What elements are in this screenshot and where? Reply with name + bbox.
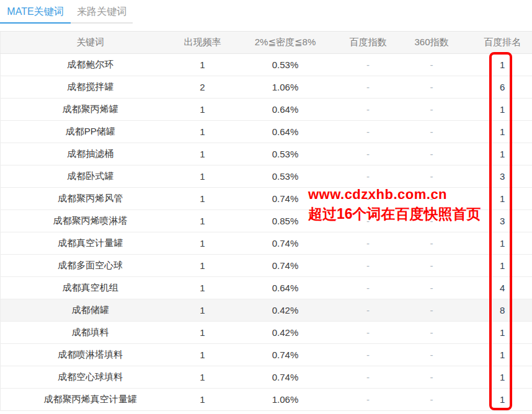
cell-keyword: 成都真空计量罐 <box>1 232 180 255</box>
cell-baidu-rank: 1 <box>473 99 532 121</box>
cell-baidu-index: - <box>346 210 391 232</box>
cell-density: 1.06% <box>225 76 346 99</box>
cell-baidu-index: - <box>346 389 391 411</box>
cell-keyword: 成都储罐 <box>1 299 180 322</box>
table-row[interactable]: 成都聚丙烯风管10.74%--1 <box>1 188 532 210</box>
cell-keyword: 成都鲍尔环 <box>1 54 180 76</box>
cell-baidu-rank: 1 <box>473 54 532 76</box>
cell-so360-index: - <box>391 121 473 143</box>
cell-density: 0.74% <box>225 255 346 277</box>
cell-frequency: 1 <box>180 143 225 165</box>
cell-frequency: 2 <box>180 76 225 99</box>
table-row[interactable]: 成都抽滤桶10.53%--1 <box>1 143 532 165</box>
cell-density: 0.74% <box>225 366 346 389</box>
cell-baidu-rank: 1 <box>473 188 532 210</box>
cell-baidu-rank: 1 <box>473 121 532 143</box>
cell-keyword: 成都真空机组 <box>1 277 180 299</box>
column-header-keyword: 关键词 <box>1 32 180 54</box>
cell-density: 0.74% <box>225 344 346 366</box>
cell-baidu-index: - <box>346 54 391 76</box>
cell-density: 0.64% <box>225 99 346 121</box>
cell-so360-index: - <box>391 143 473 165</box>
cell-density: 0.53% <box>225 165 346 188</box>
cell-baidu-rank: 3 <box>473 210 532 232</box>
cell-baidu-rank: 1 <box>473 366 532 389</box>
cell-frequency: 1 <box>180 232 225 255</box>
cell-density: 0.42% <box>225 299 346 322</box>
cell-so360-index: - <box>391 54 473 76</box>
cell-baidu-index: - <box>346 76 391 99</box>
table-row[interactable]: 成都真空机组10.64%--4 <box>1 277 532 299</box>
cell-density: 0.53% <box>225 143 346 165</box>
cell-so360-index: - <box>391 255 473 277</box>
cell-so360-index: - <box>391 299 473 322</box>
table-row[interactable]: 成都储罐10.42%--8 <box>1 299 532 322</box>
table-row[interactable]: 成都喷淋塔填料10.74%--1 <box>1 344 532 366</box>
table-row[interactable]: 成都聚丙烯罐10.64%--1 <box>1 99 532 121</box>
cell-so360-index: - <box>391 322 473 344</box>
cell-baidu-index: - <box>346 232 391 255</box>
cell-baidu-index: - <box>346 366 391 389</box>
cell-frequency: 1 <box>180 277 225 299</box>
table-row[interactable]: 成都填料10.42%--1 <box>1 322 532 344</box>
cell-so360-index: - <box>391 76 473 99</box>
cell-density: 0.85% <box>225 210 346 232</box>
cell-so360-index: - <box>391 165 473 188</box>
cell-baidu-index: - <box>346 165 391 188</box>
cell-frequency: 1 <box>180 188 225 210</box>
cell-frequency: 1 <box>180 99 225 121</box>
cell-baidu-rank: 1 <box>473 322 532 344</box>
cell-density: 0.74% <box>225 232 346 255</box>
cell-baidu-rank: 1 <box>473 232 532 255</box>
cell-frequency: 1 <box>180 210 225 232</box>
column-header-360-index: 360指数 <box>391 32 473 54</box>
table-row[interactable]: 成都空心球填料10.74%--1 <box>1 366 532 389</box>
cell-so360-index: - <box>391 366 473 389</box>
cell-baidu-index: - <box>346 277 391 299</box>
cell-baidu-index: - <box>346 121 391 143</box>
table-body: 成都鲍尔环10.53%--1成都搅拌罐21.06%--6成都聚丙烯罐10.64%… <box>1 54 532 411</box>
table-row[interactable]: 成都搅拌罐21.06%--6 <box>1 76 532 99</box>
tab-referral-keywords[interactable]: 来路关键词 <box>71 2 133 24</box>
keyword-table: 关键词 出现频率 2%≦密度≦8% 百度指数 360指数 百度排名 成都鲍尔环1… <box>0 31 532 411</box>
column-header-baidu-index: 百度指数 <box>346 32 391 54</box>
table-row[interactable]: 成都聚丙烯真空计量罐11.06%--1 <box>1 389 532 411</box>
cell-baidu-index: - <box>346 188 391 210</box>
cell-density: 0.74% <box>225 188 346 210</box>
table-row[interactable]: 成都鲍尔环10.53%--1 <box>1 54 532 76</box>
cell-density: 0.64% <box>225 277 346 299</box>
cell-keyword: 成都抽滤桶 <box>1 143 180 165</box>
cell-baidu-rank: 3 <box>473 165 532 188</box>
cell-keyword: 成都卧式罐 <box>1 165 180 188</box>
tab-mate-keywords[interactable]: MATE关键词 <box>0 2 71 24</box>
cell-baidu-index: - <box>346 299 391 322</box>
column-header-density: 2%≦密度≦8% <box>225 32 346 54</box>
cell-so360-index: - <box>391 277 473 299</box>
cell-density: 0.53% <box>225 54 346 76</box>
cell-frequency: 1 <box>180 322 225 344</box>
cell-keyword: 成都聚丙烯喷淋塔 <box>1 210 180 232</box>
cell-frequency: 1 <box>180 165 225 188</box>
cell-baidu-rank: 8 <box>473 299 532 322</box>
cell-frequency: 1 <box>180 389 225 411</box>
table-row[interactable]: 成都多面空心球10.74%--1 <box>1 255 532 277</box>
cell-frequency: 1 <box>180 54 225 76</box>
table-header-row: 关键词 出现频率 2%≦密度≦8% 百度指数 360指数 百度排名 <box>1 32 532 54</box>
cell-keyword: 成都聚丙烯罐 <box>1 99 180 121</box>
table-row[interactable]: 成都PP储罐10.64%--1 <box>1 121 532 143</box>
cell-so360-index: - <box>391 232 473 255</box>
cell-baidu-rank: 1 <box>473 255 532 277</box>
cell-keyword: 成都空心球填料 <box>1 366 180 389</box>
cell-baidu-rank: 6 <box>473 76 532 99</box>
cell-frequency: 1 <box>180 255 225 277</box>
table-row[interactable]: 成都卧式罐10.53%--3 <box>1 165 532 188</box>
table-row[interactable]: 成都真空计量罐10.74%--1 <box>1 232 532 255</box>
cell-baidu-rank: 1 <box>473 344 532 366</box>
column-header-frequency: 出现频率 <box>180 32 225 54</box>
cell-baidu-rank: 1 <box>473 143 532 165</box>
cell-baidu-index: - <box>346 322 391 344</box>
cell-so360-index: - <box>391 99 473 121</box>
cell-frequency: 1 <box>180 121 225 143</box>
table-row[interactable]: 成都聚丙烯喷淋塔10.85%--3 <box>1 210 532 232</box>
cell-baidu-rank: 1 <box>473 389 532 411</box>
